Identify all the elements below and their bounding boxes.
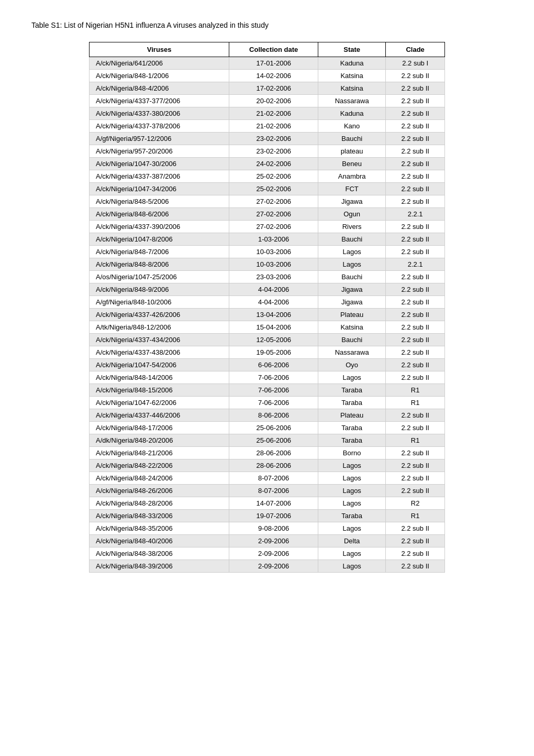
- table-cell: R1: [386, 397, 445, 409]
- table-row: A/gf/Nigeria/848-10/20064-04-2006Jigawa2…: [90, 296, 445, 309]
- table-cell: 2.2 sub II: [386, 283, 445, 296]
- table-cell: 2.2 sub II: [386, 170, 445, 183]
- table-cell: 2.2 sub II: [386, 309, 445, 321]
- table-cell: 23-02-2006: [229, 145, 318, 158]
- table-cell: 2.2 sub II: [386, 246, 445, 258]
- table-cell: R1: [386, 434, 445, 447]
- table-cell: 19-05-2006: [229, 346, 318, 359]
- table-cell: 13-04-2006: [229, 309, 318, 321]
- table-cell: A/ck/Nigeria/4337-438/2006: [90, 346, 229, 359]
- table-cell: 27-02-2006: [229, 221, 318, 233]
- table-header-row: VirusesCollection dateStateClade: [90, 42, 445, 57]
- table-cell: 14-07-2006: [229, 497, 318, 510]
- table-cell: 2.2 sub II: [386, 271, 445, 283]
- table-cell: Rivers: [318, 221, 386, 233]
- table-cell: Oyo: [318, 359, 386, 371]
- table-cell: Anambra: [318, 170, 386, 183]
- table-cell: A/ck/Nigeria/4337-387/2006: [90, 170, 229, 183]
- table-cell: 2.2 sub II: [386, 522, 445, 535]
- table-cell: 2.2 sub II: [386, 459, 445, 472]
- table-cell: A/ck/Nigeria/4337-446/2006: [90, 409, 229, 422]
- table-row: A/ck/Nigeria/848-1/200614-02-2006Katsina…: [90, 70, 445, 82]
- table-row: A/ck/Nigeria/848-39/20062-09-2006Lagos2.…: [90, 560, 445, 573]
- table-cell: A/os/Nigeria/1047-25/2006: [90, 271, 229, 283]
- table-cell: 8-06-2006: [229, 409, 318, 422]
- table-cell: 7-06-2006: [229, 384, 318, 397]
- table-row: A/ck/Nigeria/4337-377/200620-02-2006Nass…: [90, 95, 445, 107]
- table-row: A/gf/Nigeria/957-12/200623-02-2006Bauchi…: [90, 133, 445, 145]
- table-cell: 2.2 sub II: [386, 547, 445, 560]
- table-cell: Kaduna: [318, 107, 386, 120]
- table-row: A/ck/Nigeria/848-5/200627-02-2006Jigawa2…: [90, 195, 445, 208]
- viruses-table: VirusesCollection dateStateClade A/ck/Ni…: [89, 42, 445, 573]
- table-cell: 2.2 sub II: [386, 107, 445, 120]
- table-cell: A/ck/Nigeria/1047-34/2006: [90, 183, 229, 195]
- table-cell: Taraba: [318, 510, 386, 522]
- table-cell: Lagos: [318, 497, 386, 510]
- table-cell: Lagos: [318, 560, 386, 573]
- table-cell: Kaduna: [318, 57, 386, 70]
- table-row: A/ck/Nigeria/1047-34/200625-02-2006FCT2.…: [90, 183, 445, 195]
- table-cell: 21-02-2006: [229, 120, 318, 133]
- table-cell: 17-01-2006: [229, 57, 318, 70]
- table-row: A/ck/Nigeria/848-15/20067-06-2006TarabaR…: [90, 384, 445, 397]
- table-cell: A/ck/Nigeria/848-39/2006: [90, 560, 229, 573]
- table-cell: A/ck/Nigeria/848-35/2006: [90, 522, 229, 535]
- table-cell: 1-03-2006: [229, 233, 318, 246]
- column-header: Viruses: [90, 42, 229, 57]
- table-cell: A/ck/Nigeria/4337-377/2006: [90, 95, 229, 107]
- table-cell: 2.2 sub II: [386, 371, 445, 384]
- table-cell: Taraba: [318, 384, 386, 397]
- table-cell: Taraba: [318, 397, 386, 409]
- table-cell: Bauchi: [318, 334, 386, 346]
- table-cell: 25-06-2006: [229, 434, 318, 447]
- table-cell: 2.2 sub II: [386, 409, 445, 422]
- table-cell: Bauchi: [318, 271, 386, 283]
- table-row: A/ck/Nigeria/957-20/200623-02-2006platea…: [90, 145, 445, 158]
- table-cell: A/ck/Nigeria/1047-8/2006: [90, 233, 229, 246]
- table-row: A/ck/Nigeria/641/200617-01-2006Kaduna2.2…: [90, 57, 445, 70]
- table-row: A/ck/Nigeria/1047-62/20067-06-2006Taraba…: [90, 397, 445, 409]
- table-cell: A/ck/Nigeria/848-22/2006: [90, 459, 229, 472]
- table-row: A/ck/Nigeria/4337-446/20068-06-2006Plate…: [90, 409, 445, 422]
- table-cell: 27-02-2006: [229, 208, 318, 221]
- table-cell: 20-02-2006: [229, 95, 318, 107]
- table-cell: 10-03-2006: [229, 246, 318, 258]
- table-cell: A/ck/Nigeria/848-38/2006: [90, 547, 229, 560]
- table-cell: 2.2 sub II: [386, 133, 445, 145]
- table-cell: Bauchi: [318, 133, 386, 145]
- table-cell: 7-06-2006: [229, 397, 318, 409]
- table-cell: Nassarawa: [318, 346, 386, 359]
- table-row: A/ck/Nigeria/4337-380/200621-02-2006Kadu…: [90, 107, 445, 120]
- table-cell: A/ck/Nigeria/848-14/2006: [90, 371, 229, 384]
- table-cell: 9-08-2006: [229, 522, 318, 535]
- table-cell: A/ck/Nigeria/957-20/2006: [90, 145, 229, 158]
- table-row: A/ck/Nigeria/4337-387/200625-02-2006Anam…: [90, 170, 445, 183]
- table-cell: 2.2 sub II: [386, 560, 445, 573]
- table-cell: 2-09-2006: [229, 560, 318, 573]
- table-row: A/dk/Nigeria/848-20/200625-06-2006Taraba…: [90, 434, 445, 447]
- table-cell: Ogun: [318, 208, 386, 221]
- table-cell: Jigawa: [318, 296, 386, 309]
- column-header: Collection date: [229, 42, 318, 57]
- table-cell: Lagos: [318, 547, 386, 560]
- table-row: A/ck/Nigeria/4337-426/200613-04-2006Plat…: [90, 309, 445, 321]
- table-cell: 2.2 sub II: [386, 321, 445, 334]
- table-cell: R2: [386, 497, 445, 510]
- table-row: A/ck/Nigeria/848-28/200614-07-2006LagosR…: [90, 497, 445, 510]
- table-cell: 8-07-2006: [229, 485, 318, 497]
- table-cell: A/gf/Nigeria/957-12/2006: [90, 133, 229, 145]
- table-cell: Katsina: [318, 321, 386, 334]
- table-row: A/ck/Nigeria/848-7/200610-03-2006Lagos2.…: [90, 246, 445, 258]
- table-cell: 4-04-2006: [229, 296, 318, 309]
- table-cell: A/ck/Nigeria/848-28/2006: [90, 497, 229, 510]
- table-cell: 2.2 sub II: [386, 70, 445, 82]
- table-row: A/ck/Nigeria/848-40/20062-09-2006Delta2.…: [90, 535, 445, 547]
- table-cell: A/ck/Nigeria/848-6/2006: [90, 208, 229, 221]
- table-cell: FCT: [318, 183, 386, 195]
- table-cell: Bauchi: [318, 233, 386, 246]
- table-cell: 6-06-2006: [229, 359, 318, 371]
- table-cell: 2.2 sub II: [386, 359, 445, 371]
- table-cell: A/ck/Nigeria/848-7/2006: [90, 246, 229, 258]
- table-cell: 2.2 sub II: [386, 233, 445, 246]
